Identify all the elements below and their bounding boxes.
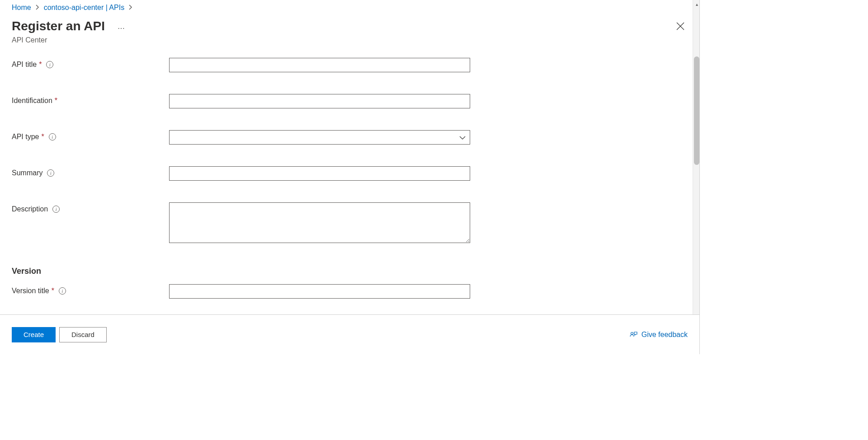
version-title-label: Version title* i — [12, 284, 169, 295]
api-title-input[interactable] — [169, 58, 470, 72]
form-content: API title* i Identification* API type* — [0, 53, 699, 325]
field-summary: Summary i — [12, 166, 688, 181]
chevron-right-icon — [129, 5, 132, 11]
required-indicator: * — [39, 61, 42, 69]
description-textarea[interactable] — [169, 202, 470, 243]
api-type-select[interactable] — [169, 130, 470, 145]
scrollbar-thumb[interactable] — [694, 56, 699, 165]
page-header: Register an API ⋯ — [0, 14, 699, 35]
field-identification: Identification* — [12, 94, 688, 108]
description-label: Description i — [12, 202, 169, 213]
info-icon[interactable]: i — [52, 206, 60, 213]
footer: Create Discard Give feedback — [0, 314, 699, 354]
give-feedback-link[interactable]: Give feedback — [630, 331, 688, 339]
api-title-label: API title* i — [12, 58, 169, 69]
scrollbar[interactable]: ▴ ▾ — [693, 0, 700, 354]
feedback-icon — [630, 331, 638, 339]
breadcrumb-center-link[interactable]: contoso-api-center | APIs — [44, 4, 124, 12]
info-icon[interactable]: i — [46, 61, 53, 68]
close-button[interactable] — [674, 20, 687, 33]
identification-input[interactable] — [169, 94, 470, 108]
field-description: Description i — [12, 202, 688, 245]
page-subtitle: API Center — [0, 35, 699, 53]
page-title: Register an API — [12, 19, 105, 33]
field-version-title: Version title* i — [12, 284, 688, 299]
api-type-label: API type* i — [12, 130, 169, 141]
required-indicator: * — [55, 97, 57, 105]
chevron-right-icon — [36, 5, 39, 11]
more-actions-button[interactable]: ⋯ — [118, 24, 126, 33]
info-icon[interactable]: i — [49, 133, 56, 140]
close-icon — [676, 22, 684, 30]
field-api-title: API title* i — [12, 58, 688, 72]
breadcrumb-home-link[interactable]: Home — [12, 4, 31, 12]
required-indicator: * — [52, 287, 54, 295]
identification-label: Identification* — [12, 94, 169, 105]
create-button[interactable]: Create — [12, 327, 56, 342]
discard-button[interactable]: Discard — [59, 327, 107, 342]
summary-label: Summary i — [12, 166, 169, 177]
scrollbar-up-arrow-icon[interactable]: ▴ — [693, 0, 700, 8]
version-title-input[interactable] — [169, 284, 470, 299]
info-icon[interactable]: i — [59, 287, 66, 295]
svg-point-0 — [631, 332, 633, 334]
info-icon[interactable]: i — [47, 169, 54, 177]
required-indicator: * — [41, 133, 44, 141]
version-section-heading: Version — [12, 267, 688, 276]
field-api-type: API type* i — [12, 130, 688, 145]
breadcrumb: Home contoso-api-center | APIs — [0, 0, 699, 14]
summary-input[interactable] — [169, 166, 470, 181]
